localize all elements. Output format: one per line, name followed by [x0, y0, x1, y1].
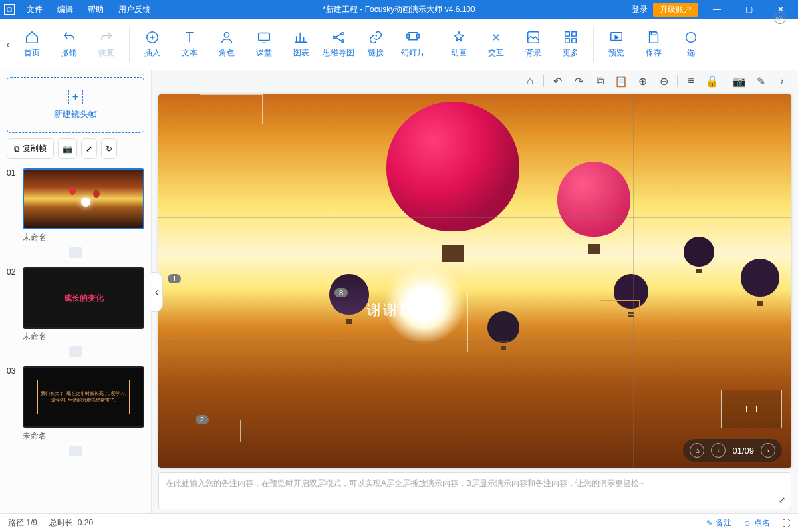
slide-timer[interactable]	[7, 246, 144, 262]
ribbon-scroll-left[interactable]: ‹	[3, 39, 13, 51]
balloon-small[interactable]	[684, 237, 714, 277]
lock-icon[interactable]: 🔓	[704, 73, 720, 89]
expand-icon[interactable]: ⤢	[779, 495, 785, 505]
status-duration: 总时长: 0:20	[49, 517, 93, 529]
resize-button[interactable]: ⤢	[81, 138, 97, 159]
home-icon[interactable]: ⌂	[522, 73, 538, 89]
slide-item-1[interactable]: 01 未命名	[7, 168, 144, 262]
role-button[interactable]: 角色	[208, 19, 245, 70]
person-icon: ☺	[743, 519, 751, 528]
refresh-icon: ↻	[106, 144, 112, 154]
nav-next-icon[interactable]: ›	[761, 443, 775, 458]
slide-number: 02	[7, 267, 19, 277]
background-button[interactable]: 背景	[515, 19, 552, 70]
slide-navigator: ⌂ ‹ 01/09 ›	[683, 439, 782, 462]
canvas[interactable]: 8 2 1 谢谢观看 ⌂ ‹ 01/09 ›	[158, 94, 791, 468]
svg-point-5	[342, 40, 344, 43]
svg-rect-12	[565, 39, 569, 43]
balloon-medium[interactable]	[557, 162, 630, 261]
minimap-thumb[interactable]	[721, 390, 782, 428]
rollcall-button[interactable]: ☺点名	[743, 517, 770, 529]
frame-rect[interactable]: 2	[203, 420, 241, 442]
insert-button[interactable]: 插入	[134, 19, 171, 70]
align-icon[interactable]: ≡	[683, 73, 699, 89]
text-button[interactable]: 文本	[171, 19, 208, 70]
rotate-right-icon[interactable]: ↷	[571, 73, 587, 89]
class-button[interactable]: 课堂	[245, 19, 283, 70]
svg-rect-11	[572, 32, 576, 36]
menu-feedback[interactable]: 用户反馈	[112, 1, 157, 18]
annotation-box[interactable]	[600, 300, 640, 315]
status-bar: 路径 1/9 总时长: 0:20 ✎备注 ☺点名 ⛶	[0, 513, 798, 532]
edit-icon[interactable]: ✎	[753, 73, 769, 89]
minimize-button[interactable]: —	[704, 2, 730, 17]
nav-prev-icon[interactable]: ‹	[711, 443, 726, 458]
interact-button[interactable]: 交互	[477, 19, 515, 70]
upgrade-button[interactable]: 升级账户	[653, 3, 698, 17]
slide-item-3[interactable]: 03 我们长大了, 现在比小时候长高了, 爱学习, 爱学习, 生活能力增强您帮带…	[7, 366, 144, 460]
slide-thumbnail[interactable]: 我们长大了, 现在比小时候长高了, 爱学习, 爱学习, 生活能力增强您帮带了.	[23, 366, 144, 428]
preview-button[interactable]: 预览	[598, 19, 635, 70]
resize-icon: ⤢	[86, 144, 92, 154]
remark-button[interactable]: ✎备注	[706, 517, 732, 529]
redo-button[interactable]: 恢复	[88, 19, 125, 70]
menu-help[interactable]: 帮助	[81, 1, 110, 18]
slide-timer[interactable]	[7, 444, 144, 460]
slide-button[interactable]: 幻灯片	[394, 19, 432, 70]
animation-button[interactable]: 动画	[440, 19, 477, 70]
fullscreen-button[interactable]: ⛶	[782, 517, 790, 529]
link-button[interactable]: 链接	[357, 19, 394, 70]
more-button[interactable]: 更多	[552, 19, 589, 70]
notes-placeholder: 在此处输入您的备注内容，在预览时开启双屏模式，可以实现A屏全屏播放演示内容，B屏…	[166, 479, 644, 488]
balloon-small[interactable]	[487, 311, 519, 354]
save-button[interactable]: 保存	[635, 19, 672, 70]
thanks-text[interactable]: 谢谢观看	[367, 300, 431, 320]
slide-thumbnail[interactable]: 成长的变化6岁	[23, 267, 144, 329]
nav-counter: 01/09	[732, 446, 754, 456]
svg-point-3	[333, 36, 336, 39]
menu-edit[interactable]: 编辑	[51, 1, 80, 18]
login-link[interactable]: 登录	[632, 4, 648, 15]
sidebar-collapse-handle[interactable]: ‹	[151, 272, 163, 312]
sidebar-tools: ⧉复制帧 📷 ⤢ ↻	[7, 138, 144, 159]
zoom-in-icon[interactable]: ⊕	[634, 73, 650, 89]
rotate-left-icon[interactable]: ↶	[549, 73, 565, 89]
note-icon: ✎	[706, 519, 713, 528]
window-title: *新建工程 - Focusky动画演示大师 v4.6.100	[323, 4, 475, 15]
svg-point-1	[224, 33, 229, 37]
zoom-out-icon[interactable]: ⊖	[656, 73, 672, 89]
snapshot-icon[interactable]: 📷	[732, 73, 747, 89]
paste-icon[interactable]: 📋	[613, 73, 629, 89]
copy-frame-button[interactable]: ⧉复制帧	[7, 138, 54, 159]
canvas-toolbar: ⌂ ↶ ↷ ⧉ 📋 ⊕ ⊖ ≡ 🔓 📷 ✎ ›	[152, 70, 798, 92]
notes-panel[interactable]: 在此处输入您的备注内容，在预览时开启双屏模式，可以实现A屏全屏播放演示内容，B屏…	[158, 472, 791, 509]
slide-label: 未命名	[7, 232, 144, 243]
balloon-large[interactable]	[386, 102, 519, 275]
camera-button[interactable]: 📷	[58, 138, 77, 159]
select-button[interactable]: 选	[672, 19, 710, 70]
chevron-right-icon[interactable]: ›	[774, 73, 790, 89]
slide-thumbnail[interactable]	[23, 168, 144, 229]
slides-list: 01 未命名 02 成长的变化6岁 未命名 03 我们长大了, 现在比小时候长高…	[7, 168, 144, 513]
nav-home-icon[interactable]: ⌂	[690, 443, 704, 458]
frame-rect[interactable]	[200, 94, 263, 124]
slide-item-2[interactable]: 02 成长的变化6岁 未命名	[7, 267, 144, 361]
new-frame-button[interactable]: + 新建镜头帧	[7, 77, 144, 133]
slide-timer[interactable]	[7, 345, 144, 361]
copy-icon[interactable]: ⧉	[592, 73, 608, 89]
maximize-button[interactable]: ▢	[735, 2, 762, 17]
svg-rect-2	[259, 33, 270, 41]
titlebar: ▢ 文件 编辑 帮助 用户反馈 *新建工程 - Focusky动画演示大师 v4…	[0, 0, 798, 19]
undo-button[interactable]: 撤销	[51, 19, 88, 70]
menu-file[interactable]: 文件	[20, 1, 49, 18]
balloon-small[interactable]	[741, 259, 779, 309]
fullscreen-icon: ⛶	[782, 519, 790, 528]
slides-sidebar: + 新建镜头帧 ⧉复制帧 📷 ⤢ ↻ 01 未命名 02 成长的变化6岁	[0, 70, 152, 513]
chart-button[interactable]: 图表	[283, 19, 320, 70]
refresh-button[interactable]: ↻	[101, 138, 117, 159]
home-button[interactable]: 首页	[13, 19, 51, 70]
slide-number: 01	[7, 168, 19, 178]
copy-icon: ⧉	[14, 144, 20, 154]
slide-label: 未命名	[7, 331, 144, 342]
mindmap-button[interactable]: 思维导图	[320, 19, 357, 70]
